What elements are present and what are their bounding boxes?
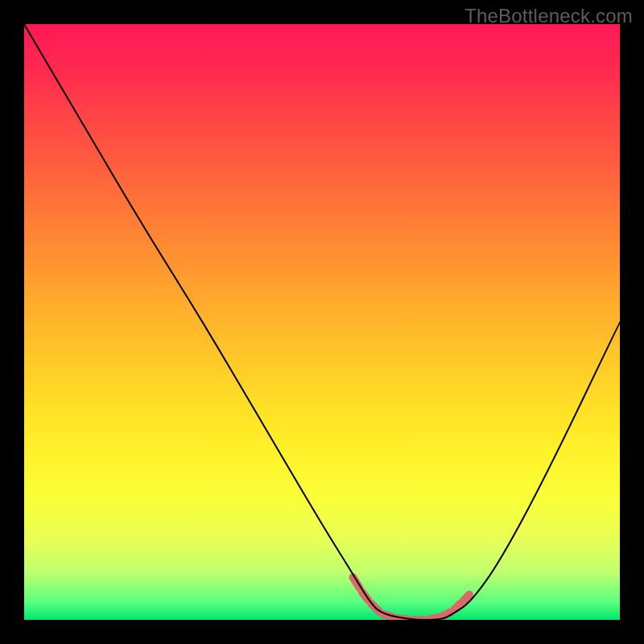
plot-area [24, 24, 620, 620]
chart-container: TheBottleneck.com [0, 0, 644, 644]
curve-svg [24, 24, 620, 620]
bottleneck-curve [24, 24, 620, 620]
svg-line-8 [455, 604, 460, 609]
svg-line-9 [464, 595, 469, 601]
